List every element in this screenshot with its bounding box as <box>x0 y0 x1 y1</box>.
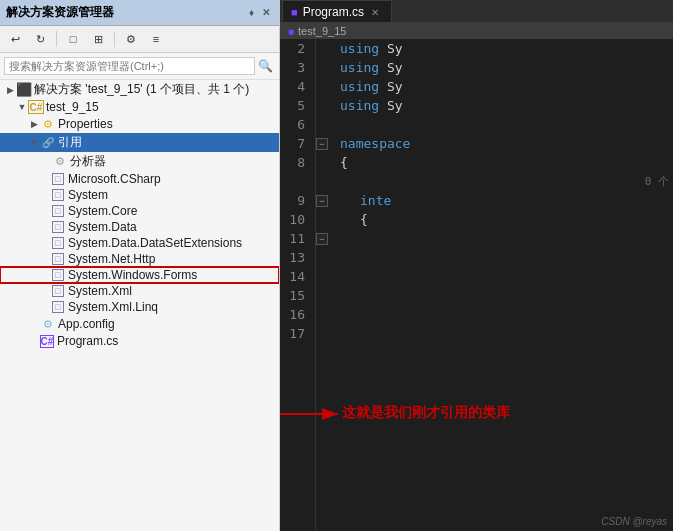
gutter-empty <box>316 172 330 191</box>
label-system: System <box>68 188 277 202</box>
label-properties: Properties <box>58 117 277 131</box>
search-row: 🔍 <box>0 53 279 80</box>
arrow-solution: ▶ <box>4 84 16 96</box>
tab-bar: ■ Program.cs ✕ <box>280 0 673 23</box>
tree-item-system-win[interactable]: □ System.Windows.Forms <box>0 267 279 283</box>
label-system-data-ext: System.Data.DataSetExtensions <box>68 236 277 250</box>
ln-10: 10 <box>280 210 311 229</box>
tree-item-ms-csharp[interactable]: □ Microsoft.CSharp <box>0 171 279 187</box>
code-area[interactable]: using Sy using Sy using Sy using Sy name… <box>330 39 673 531</box>
icon-analyzer: ⚙ <box>52 154 68 170</box>
label-system-core: System.Core <box>68 204 277 218</box>
tree-item-project[interactable]: ▼ C# test_9_15 <box>0 99 279 115</box>
gutter-11[interactable]: − <box>316 229 330 248</box>
icon-app-config: ⚙ <box>40 316 56 332</box>
tree-item-system-core[interactable]: □ System.Core <box>0 203 279 219</box>
tree-item-refs[interactable]: ▼ 🔗 引用 <box>0 133 279 152</box>
ln-empty: _ <box>280 172 311 191</box>
tree-item-program-cs[interactable]: C# Program.cs <box>0 333 279 349</box>
fold-9[interactable]: − <box>316 195 328 207</box>
tree-item-analyzer[interactable]: ⚙ 分析器 <box>0 152 279 171</box>
icon-system-xml: □ <box>52 285 64 297</box>
gutter-7[interactable]: − <box>316 134 330 153</box>
toolbar-btn-settings[interactable]: ⚙ <box>120 29 142 49</box>
app-container: 解决方案资源管理器 ♦ ✕ ↩ ↻ □ ⊞ ⚙ ≡ 🔍 <box>0 0 673 531</box>
tab-program-cs[interactable]: ■ Program.cs ✕ <box>282 0 392 22</box>
tab-filename: Program.cs <box>303 5 364 19</box>
icon-system-win: □ <box>52 269 64 281</box>
ln-9: 9 <box>280 191 311 210</box>
ln-8: 8 <box>280 153 311 172</box>
gutter-2 <box>316 39 330 58</box>
tree-item-app-config[interactable]: ⚙ App.config <box>0 315 279 333</box>
ln-3: 3 <box>280 58 311 77</box>
code-line-14 <box>340 267 673 286</box>
icon-refs: 🔗 <box>40 135 56 151</box>
tree-item-system-net[interactable]: □ System.Net.Http <box>0 251 279 267</box>
icon-system-core: □ <box>52 205 64 217</box>
gutter-9[interactable]: − <box>316 191 330 210</box>
icon-project: C# <box>28 100 44 114</box>
breadcrumb-icon: ■ <box>288 26 294 37</box>
ln-4: 4 <box>280 77 311 96</box>
code-line-5: using Sy <box>340 96 673 115</box>
arrow-system-win <box>40 269 52 281</box>
watermark: CSDN @reyas <box>601 516 667 527</box>
code-line-9: inte <box>340 191 673 210</box>
gutter-14 <box>316 267 330 286</box>
icon-program-cs: C# <box>40 335 54 348</box>
arrow-analyzer <box>40 156 52 168</box>
ln-7: 7 <box>280 134 311 153</box>
tab-close-icon[interactable]: ✕ <box>369 7 381 18</box>
gutter-13 <box>316 248 330 267</box>
label-app-config: App.config <box>58 317 277 331</box>
toolbar-btn-back[interactable]: ↩ <box>4 29 26 49</box>
arrow-system-core <box>40 205 52 217</box>
search-icon[interactable]: 🔍 <box>255 56 275 76</box>
arrow-refs: ▼ <box>28 137 40 149</box>
code-line-16 <box>340 305 673 324</box>
icon-system-data-ext: □ <box>52 237 64 249</box>
label-system-data: System.Data <box>68 220 277 234</box>
toolbar-btn-collapseall[interactable]: □ <box>62 29 84 49</box>
gutter-16 <box>316 305 330 324</box>
panel-title: 解决方案资源管理器 <box>6 4 246 21</box>
toolbar-btn-refresh[interactable]: ↻ <box>29 29 51 49</box>
ln-15: 15 <box>280 286 311 305</box>
icon-system-data: □ <box>52 221 64 233</box>
arrow-program-cs <box>28 335 40 347</box>
code-line-6 <box>340 115 673 134</box>
tree-item-system[interactable]: □ System <box>0 187 279 203</box>
ln-2: 2 <box>280 39 311 58</box>
ln-5: 5 <box>280 96 311 115</box>
close-icon[interactable]: ✕ <box>259 6 273 19</box>
ln-11: 11 <box>280 229 311 248</box>
code-line-11 <box>340 229 673 248</box>
tree-item-system-data[interactable]: □ System.Data <box>0 219 279 235</box>
toolbar-btn-showall[interactable]: ⊞ <box>87 29 109 49</box>
icon-system: □ <box>52 189 64 201</box>
icon-properties: ⚙ <box>40 116 56 132</box>
gutter-10 <box>316 210 330 229</box>
label-analyzer: 分析器 <box>70 153 277 170</box>
icon-solution: ⬛ <box>16 82 32 98</box>
tree-item-system-data-ext[interactable]: □ System.Data.DataSetExtensions <box>0 235 279 251</box>
label-ms-csharp: Microsoft.CSharp <box>68 172 277 186</box>
ln-17: 17 <box>280 324 311 343</box>
tree-item-system-xml[interactable]: □ System.Xml <box>0 283 279 299</box>
panel-header-icons: ♦ ✕ <box>246 6 273 19</box>
tree-item-system-xml-linq[interactable]: □ System.Xml.Linq <box>0 299 279 315</box>
tree-item-properties[interactable]: ▶ ⚙ Properties <box>0 115 279 133</box>
fold-11[interactable]: − <box>316 233 328 245</box>
search-input[interactable] <box>4 57 255 75</box>
code-line-7: namespace <box>340 134 673 153</box>
icon-ms-csharp: □ <box>52 173 64 185</box>
toolbar-sep-2 <box>114 31 115 47</box>
breadcrumb-text: test_9_15 <box>298 25 346 37</box>
editor-area: 2 3 4 5 6 7 8 _ 9 10 11 13 14 15 16 17 <box>280 39 673 531</box>
gutter-3 <box>316 58 330 77</box>
tree-item-solution[interactable]: ▶ ⬛ 解决方案 'test_9_15' (1 个项目、共 1 个) <box>0 80 279 99</box>
toolbar-btn-menu[interactable]: ≡ <box>145 29 167 49</box>
pin-icon[interactable]: ♦ <box>246 6 257 19</box>
fold-7[interactable]: − <box>316 138 328 150</box>
